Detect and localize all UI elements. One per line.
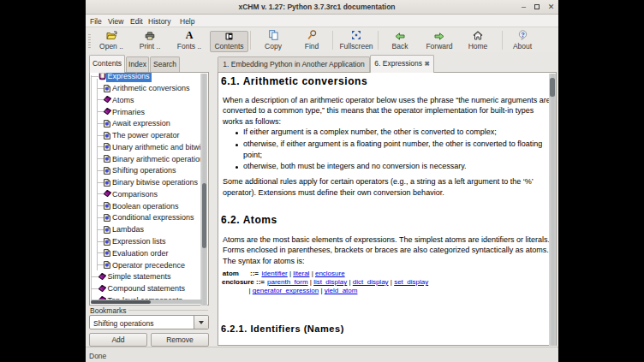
svg-text:?: ? xyxy=(521,31,525,39)
